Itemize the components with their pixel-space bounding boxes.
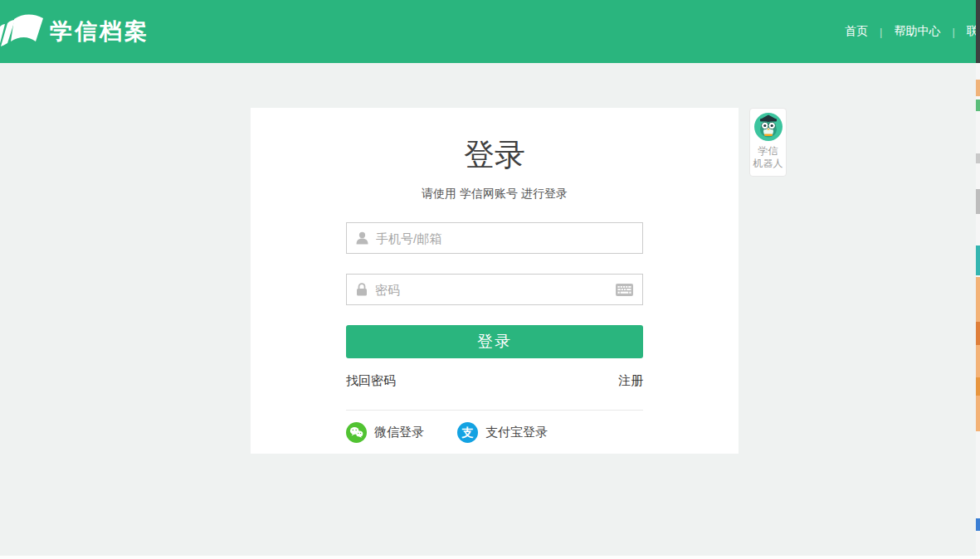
links-row: 找回密码 注册: [346, 373, 643, 389]
nav-home-link[interactable]: 首页: [845, 24, 868, 39]
password-input-box: [346, 274, 643, 305]
nav-separator: |: [880, 26, 882, 38]
virtual-keyboard-icon[interactable]: [616, 284, 633, 296]
nav-separator: |: [952, 26, 954, 38]
login-subtitle: 请使用 学信网账号 进行登录: [251, 187, 739, 202]
social-login-row: 微信登录 支 支付宝登录: [346, 422, 643, 443]
top-nav: 首页 | 帮助中心 | 联系我们: [845, 0, 980, 63]
alipay-login-label: 支付宝登录: [485, 425, 548, 440]
login-card: 登录 请使用 学信网账号 进行登录: [251, 108, 739, 454]
account-input-box: [346, 222, 643, 254]
divider: [346, 410, 643, 411]
robot-label-line1: 学信: [750, 145, 786, 158]
robot-avatar: [753, 112, 783, 142]
login-form: 登录 找回密码 注册: [346, 222, 643, 443]
login-button[interactable]: 登录: [346, 325, 643, 358]
clipped-right-edge-content: [976, 0, 980, 559]
account-input[interactable]: [376, 231, 633, 245]
register-link[interactable]: 注册: [618, 373, 643, 389]
alipay-login-button[interactable]: 支 支付宝登录: [457, 422, 548, 443]
login-title: 登录: [251, 134, 739, 176]
lock-icon: [356, 283, 368, 296]
user-icon: [356, 231, 368, 245]
wechat-login-button[interactable]: 微信登录: [346, 422, 424, 443]
xuexin-robot-widget[interactable]: 学信 机器人: [749, 108, 787, 177]
logo[interactable]: 学信档案: [0, 11, 149, 52]
forgot-password-link[interactable]: 找回密码: [346, 373, 396, 389]
logo-pages-icon: [0, 12, 45, 52]
logo-text: 学信档案: [50, 17, 149, 46]
nav-help-center-link[interactable]: 帮助中心: [894, 24, 940, 39]
wechat-icon: [346, 422, 367, 443]
wechat-login-label: 微信登录: [374, 425, 424, 440]
alipay-icon: 支: [457, 422, 478, 443]
header: 学信档案 首页 | 帮助中心 | 联系我们: [0, 0, 980, 63]
robot-label-line2: 机器人: [750, 158, 786, 170]
bottom-edge-strip: [0, 556, 980, 559]
password-input[interactable]: [375, 283, 609, 297]
